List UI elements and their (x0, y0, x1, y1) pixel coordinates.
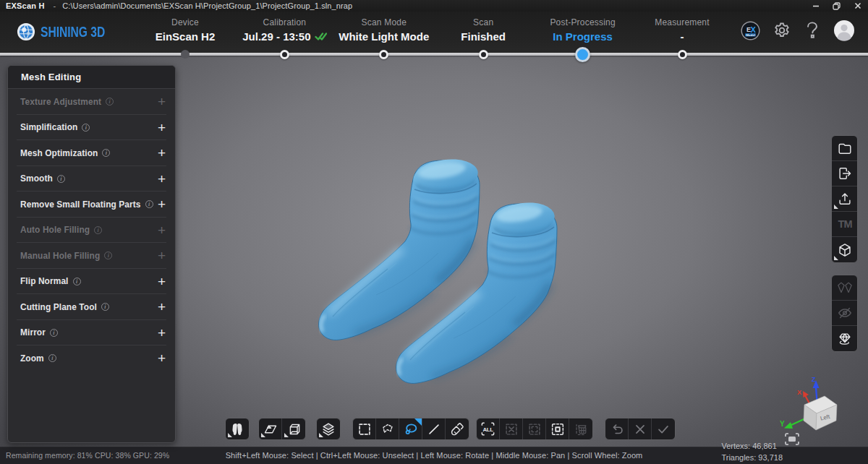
cancel-button[interactable] (629, 418, 652, 439)
open-project-button[interactable] (832, 136, 857, 161)
share-upload-button[interactable] (832, 186, 857, 212)
polygon-select-tool[interactable] (376, 418, 399, 439)
workflow-step-post-processing[interactable]: Post-Processing In Progress (525, 17, 641, 43)
texture-mapping-button[interactable]: TM (832, 212, 857, 237)
sidebar-item-label: Mesh Optimization (20, 148, 98, 158)
sidebar-item-label: Smooth (20, 173, 53, 184)
expand-plus-icon[interactable]: + (158, 249, 166, 262)
expand-plus-icon[interactable]: + (158, 172, 166, 186)
confirm-button[interactable] (652, 418, 675, 439)
expand-plus-icon[interactable]: + (158, 351, 166, 365)
confirm-check-icon (655, 421, 671, 437)
sidebar-item-zoom[interactable]: Zoom i + (8, 345, 175, 371)
workflow-step-measurement[interactable]: Measurement - (624, 17, 740, 43)
show-all-data-button[interactable] (832, 275, 857, 301)
sidebar-item-mesh-optimization[interactable]: Mesh Optimization i + (8, 140, 175, 166)
sidebar-item-remove-small-floating-parts[interactable]: Remove Small Floating Parts i + (8, 192, 175, 218)
sidebar-item-smooth[interactable]: Smooth i + (8, 166, 175, 192)
sidebar-item-cutting-plane-tool[interactable]: Cutting Plane Tool i + (8, 294, 175, 320)
step-value: Jul.29 - 13:50 (226, 30, 342, 43)
select-connected-button[interactable] (546, 418, 569, 439)
layers-button[interactable] (317, 418, 340, 439)
expand-plus-icon[interactable]: + (158, 146, 166, 160)
export-data-button[interactable] (832, 161, 857, 186)
cancel-x-icon (632, 421, 648, 437)
delete-selected-icon (573, 421, 589, 437)
info-icon: i (106, 98, 114, 106)
select-rect-icon (357, 421, 373, 437)
lasso-select-tool[interactable] (399, 418, 422, 439)
mesh-editing-panel: Mesh Editing Texture Adjustment i +Simpl… (7, 65, 176, 443)
vertex-count: Vertexs: 46,861 (721, 440, 783, 452)
minimize-button[interactable] (805, 0, 826, 12)
sidebar-item-flip-normal[interactable]: Flip Normal i + (8, 269, 175, 295)
bottom-toolbar-group-1 (225, 418, 250, 440)
rectangle-select-tool[interactable] (353, 418, 376, 439)
calibration-check-icon (315, 32, 327, 41)
sidebar-item-simplification[interactable]: Simplification i + (8, 115, 175, 141)
hide-data-button[interactable] (832, 301, 857, 326)
sidebar-item-label: Texture Adjustment (20, 97, 101, 107)
model-data-button[interactable] (226, 418, 249, 439)
sidebar-item-label: Mirror (20, 327, 46, 338)
expand-plus-icon[interactable]: + (158, 197, 166, 211)
header-icons: E X Model (741, 17, 855, 46)
show-mesh-button[interactable] (832, 326, 857, 351)
expand-plus-icon[interactable]: + (158, 95, 166, 108)
settings-gear-icon[interactable] (773, 21, 791, 43)
select-line-icon (426, 421, 442, 437)
info-icon: i (102, 149, 110, 157)
progress-dot-device[interactable] (181, 50, 190, 59)
sidebar-item-label: Remove Small Floating Parts (20, 199, 141, 210)
workflow-step-device[interactable]: Device EinScan H2 (127, 17, 243, 43)
sidebar-item-manual-hole-filling: Manual Hole Filling i + (8, 243, 175, 269)
close-button[interactable] (847, 0, 868, 12)
expand-plus-icon[interactable]: + (158, 326, 166, 340)
triangle-count: Triangles: 93,718 (721, 452, 783, 463)
unselect-all-button[interactable] (500, 418, 523, 439)
invert-select-button[interactable] (523, 418, 546, 439)
undo-button[interactable] (605, 418, 629, 439)
exscan-app-window: { "window": { "app_title": "EXScan H", "… (0, 0, 868, 464)
bottom-toolbar-group-3 (316, 418, 341, 440)
right-toolbar-file-group: TM (831, 135, 858, 263)
bottom-toolbar-group-5: ALL (476, 418, 593, 440)
select-all-button[interactable]: ALL (477, 418, 500, 439)
progress-dot-measurement[interactable] (678, 50, 687, 59)
doc-export-icon (837, 166, 853, 181)
user-avatar[interactable] (833, 20, 855, 44)
expand-plus-icon[interactable]: + (158, 300, 166, 314)
restore-button[interactable] (826, 0, 847, 12)
workflow-step-scan[interactable]: Scan Finished (425, 17, 541, 43)
step-label: Scan Mode (326, 17, 442, 27)
progress-dot-scan-mode[interactable] (379, 50, 388, 59)
workflow-step-scan-mode[interactable]: Scan Mode White Light Mode (326, 17, 442, 43)
sidebar-item-auto-hole-filling: Auto Hole Filling i + (8, 218, 175, 244)
plane-view-button[interactable] (259, 418, 282, 439)
eye-off-icon (837, 305, 853, 321)
mesh-statistics: Vertexs: 46,861 Triangles: 93,718 (721, 440, 783, 463)
progress-dot-scan[interactable] (479, 50, 488, 59)
workflow-steps: Device EinScan H2Calibration Jul.29 - 13… (0, 12, 868, 53)
step-value: Finished (425, 30, 541, 43)
ex-model-badge[interactable]: E X Model (741, 21, 760, 43)
sidebar-item-label: Auto Hole Filling (20, 225, 90, 235)
line-select-tool[interactable] (422, 418, 446, 439)
bottom-toolbar-group-4 (352, 418, 469, 440)
expand-plus-icon[interactable]: + (158, 223, 166, 237)
workflow-step-calibration[interactable]: Calibration Jul.29 - 13:50 (226, 17, 342, 43)
brush-select-tool[interactable] (446, 418, 469, 439)
third-party-button[interactable] (832, 237, 857, 262)
expand-plus-icon[interactable]: + (158, 121, 166, 134)
info-icon: i (94, 226, 102, 234)
help-question-icon[interactable] (804, 21, 821, 43)
sidebar-item-texture-adjustment: Texture Adjustment i + (8, 89, 175, 115)
gem-plane-icon (837, 331, 853, 347)
navigation-gizmo[interactable]: Z X Y Left (775, 374, 855, 439)
expand-plus-icon[interactable]: + (158, 275, 166, 288)
progress-dot-calibration[interactable] (280, 50, 289, 59)
delete-selected-button[interactable] (569, 418, 592, 439)
sidebar-item-mirror[interactable]: Mirror i + (8, 320, 175, 346)
wireframe-view-button[interactable] (282, 418, 305, 439)
progress-dot-post-processing[interactable] (575, 47, 590, 62)
